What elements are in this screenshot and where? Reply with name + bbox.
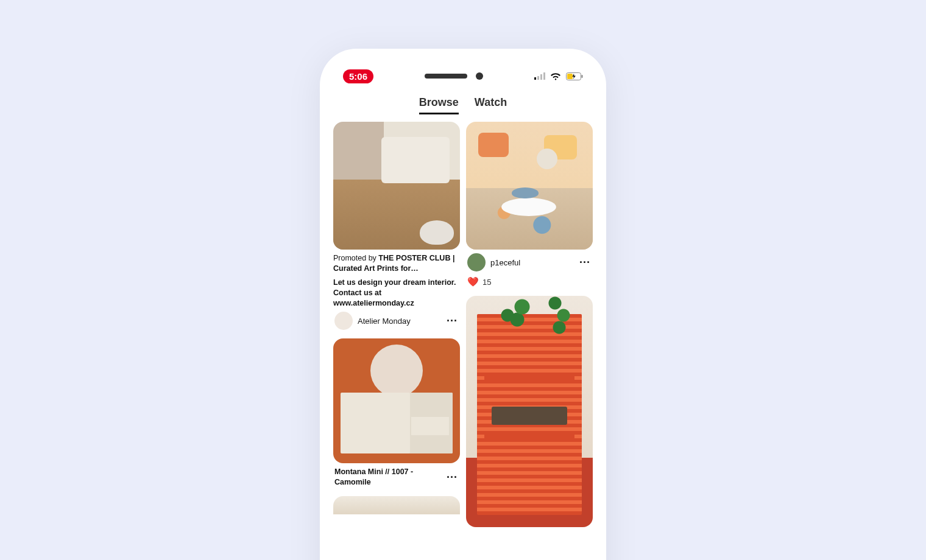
pin-reactions[interactable]: ❤️ 15 [466, 276, 593, 287]
heart-icon: ❤️ [467, 276, 479, 287]
speaker-slot [425, 74, 467, 79]
pin-image[interactable] [466, 122, 593, 250]
pin-card[interactable]: Promoted by THE POSTER CLUB | Curated Ar… [333, 122, 460, 330]
avatar [467, 253, 486, 271]
pin-card[interactable]: Montana Mini // 1007 - Camomile ··· [333, 338, 460, 488]
battery-charging-icon [566, 72, 583, 80]
pin-author-name: p1eceful [490, 258, 520, 267]
pin-description: Let us design your dream interior. Conta… [333, 278, 460, 309]
svg-rect-5 [582, 75, 583, 78]
tab-watch[interactable]: Watch [475, 96, 507, 114]
pin-author-name: Atelier Monday [358, 317, 411, 326]
pin-feed[interactable]: Promoted by THE POSTER CLUB | Curated Ar… [327, 114, 599, 527]
svg-rect-2 [540, 74, 542, 80]
pin-image[interactable] [333, 496, 460, 514]
pin-promoted-label: Promoted by THE POSTER CLUB | Curated Ar… [333, 253, 460, 274]
svg-rect-1 [537, 76, 539, 80]
avatar [334, 312, 353, 330]
pin-image[interactable] [466, 296, 593, 527]
feed-mode-tabs: Browse Watch [327, 96, 599, 114]
pin-author[interactable]: p1eceful [467, 253, 520, 271]
more-options-icon[interactable]: ··· [445, 315, 459, 327]
pin-author[interactable]: Atelier Monday [334, 312, 411, 330]
front-camera [476, 72, 483, 80]
status-bar: 5:06 [327, 61, 599, 91]
status-time-pill: 5:06 [343, 69, 373, 83]
more-options-icon[interactable]: ··· [445, 471, 459, 484]
phone-screen: 5:06 [327, 56, 599, 560]
phone-frame: 5:06 [320, 49, 606, 560]
pin-title: Montana Mini // 1007 - Camomile [334, 467, 442, 488]
phone-notch [425, 72, 483, 80]
tab-browse[interactable]: Browse [419, 96, 459, 114]
pin-image[interactable] [333, 338, 460, 463]
more-options-icon[interactable]: ··· [578, 256, 592, 269]
pin-image[interactable] [333, 122, 460, 250]
feed-column-right: p1eceful ··· ❤️ 15 [466, 122, 593, 527]
svg-rect-0 [534, 77, 536, 80]
reaction-count: 15 [482, 278, 491, 287]
svg-rect-3 [543, 72, 545, 80]
status-icons [534, 72, 583, 80]
svg-rect-6 [567, 74, 573, 79]
feed-column-left: Promoted by THE POSTER CLUB | Curated Ar… [333, 122, 460, 527]
pin-card[interactable] [333, 496, 460, 514]
wifi-icon [550, 72, 561, 80]
cellular-signal-icon [534, 72, 545, 80]
pin-card[interactable] [466, 296, 593, 527]
pin-card[interactable]: p1eceful ··· ❤️ 15 [466, 122, 593, 287]
